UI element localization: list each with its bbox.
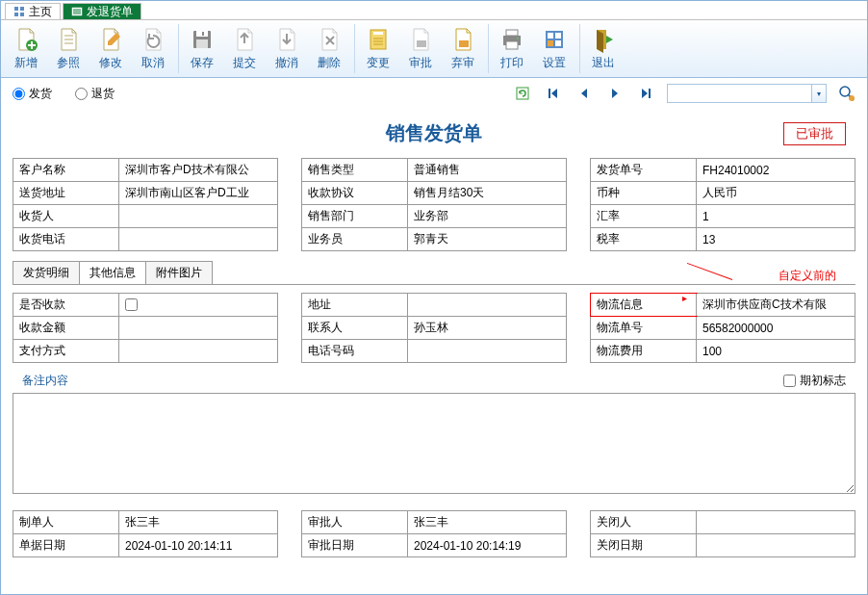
- submit-icon: [231, 26, 258, 53]
- recv-phone-val[interactable]: [119, 228, 278, 250]
- delete-icon: [316, 26, 343, 53]
- delete-button[interactable]: 删除: [308, 24, 350, 73]
- sale-type-val[interactable]: 普通销售: [408, 159, 567, 181]
- tab-detail[interactable]: 发货明细: [13, 261, 80, 284]
- logistics-block: 物流信息深圳市供应商C技术有限 物流单号56582000000 物流费用100: [590, 293, 855, 363]
- approver-block: 审批人张三丰 审批日期2024-01-10 20:14:19: [301, 510, 567, 557]
- addr-val[interactable]: [408, 294, 567, 316]
- initial-flag-checkbox[interactable]: [783, 375, 796, 387]
- tax-val[interactable]: 13: [697, 228, 855, 250]
- search-input[interactable]: [667, 84, 811, 103]
- approve-button[interactable]: 审批: [399, 24, 442, 73]
- customer-block: 客户名称深圳市客户D技术有限公 送货地址深圳市南山区客户D工业 收货人 收货电话: [13, 158, 278, 251]
- search-dropdown[interactable]: ▾: [811, 84, 827, 103]
- tab-home[interactable]: 主页: [5, 3, 61, 19]
- submit-button[interactable]: 提交: [223, 24, 266, 73]
- svg-rect-16: [196, 39, 208, 48]
- receiver-val[interactable]: [119, 205, 278, 227]
- svg-rect-21: [373, 32, 383, 35]
- svg-rect-32: [548, 33, 553, 39]
- svg-rect-29: [506, 41, 518, 49]
- nav-last-icon[interactable]: [636, 84, 655, 103]
- reject-button[interactable]: 弃审: [442, 24, 484, 73]
- radio-ship-input[interactable]: [13, 88, 25, 100]
- receiver-label: 收货人: [13, 205, 119, 227]
- refresh-icon[interactable]: [513, 84, 532, 103]
- remarks-label: 备注内容: [22, 373, 68, 389]
- tracking-no-val[interactable]: 56582000000: [697, 317, 855, 339]
- svg-point-30: [517, 38, 519, 39]
- radio-return[interactable]: 退货: [75, 86, 115, 102]
- order-no-val[interactable]: FH24010002: [697, 159, 855, 181]
- print-button[interactable]: 打印: [488, 24, 533, 73]
- exit-icon: [590, 26, 617, 53]
- doc-date-val: 2024-01-10 20:14:11: [119, 534, 278, 556]
- pay-amt-label: 收款金额: [13, 317, 119, 339]
- rate-label: 汇率: [591, 205, 697, 227]
- sales-val[interactable]: 郭青天: [408, 228, 567, 250]
- radio-return-label: 退货: [91, 86, 115, 102]
- nav-prev-icon[interactable]: [574, 84, 594, 103]
- remarks-textarea[interactable]: [13, 393, 855, 494]
- pay-method-val[interactable]: [119, 340, 278, 362]
- doc-tab-icon: [71, 6, 83, 17]
- customer-name-val[interactable]: 深圳市客户D技术有限公: [119, 159, 278, 181]
- change-button[interactable]: 变更: [354, 24, 399, 73]
- tax-label: 税率: [591, 228, 697, 250]
- save-label: 保存: [191, 55, 214, 71]
- dept-val[interactable]: 业务部: [408, 205, 567, 227]
- print-icon: [498, 26, 525, 53]
- logistics-info-val[interactable]: 深圳市供应商C技术有限: [697, 294, 855, 316]
- logistics-fee-val[interactable]: 100: [697, 340, 855, 362]
- svg-rect-25: [417, 40, 426, 47]
- pay-amt-val[interactable]: [119, 317, 278, 339]
- closer-block: 关闭人 关闭日期: [590, 510, 855, 557]
- svg-rect-27: [506, 30, 518, 36]
- tab-attach[interactable]: 附件图片: [145, 261, 213, 284]
- customer-name-label: 客户名称: [13, 159, 119, 181]
- edit-button[interactable]: 修改: [89, 24, 132, 73]
- sale-block: 销售类型普通销售 收款协议销售月结30天 销售部门业务部 业务员郭青天: [301, 158, 567, 251]
- pay-term-val[interactable]: 销售月结30天: [408, 182, 567, 204]
- radio-ship-label: 发货: [29, 86, 52, 102]
- radio-return-input[interactable]: [75, 88, 88, 100]
- pay-term-label: 收款协议: [302, 182, 408, 204]
- approve-date-val: 2024-01-10 20:14:19: [408, 534, 567, 556]
- ship-addr-val[interactable]: 深圳市南山区客户D工业: [119, 182, 278, 204]
- approved-stamp: 已审批: [783, 122, 846, 145]
- settings-button[interactable]: 设置: [533, 24, 575, 73]
- rate-val[interactable]: 1: [697, 205, 855, 227]
- closer-val: [697, 511, 855, 533]
- revoke-button[interactable]: 撤消: [266, 24, 308, 73]
- revoke-icon: [273, 26, 300, 53]
- tab-other[interactable]: 其他信息: [79, 261, 146, 284]
- reject-icon: [449, 26, 476, 53]
- closer-label: 关闭人: [591, 511, 697, 533]
- cancel-button[interactable]: 取消: [132, 24, 174, 73]
- doc-date-label: 单据日期: [13, 534, 119, 556]
- currency-val[interactable]: 人民币: [697, 182, 855, 204]
- page-title: 销售发货单: [386, 120, 482, 146]
- tab-doc-label: 发退货单: [87, 4, 133, 20]
- nav-first-icon[interactable]: [544, 84, 563, 103]
- tab-document[interactable]: 发退货单: [63, 3, 141, 19]
- change-icon: [365, 26, 392, 53]
- nav-next-icon[interactable]: [605, 84, 625, 103]
- phone-val[interactable]: [408, 340, 567, 362]
- is-paid-val[interactable]: [119, 294, 278, 316]
- new-button[interactable]: 新增: [5, 24, 47, 73]
- reject-label: 弃审: [451, 55, 474, 71]
- close-date-val: [697, 534, 855, 556]
- search-icon[interactable]: [838, 85, 855, 102]
- home-tab-icon: [13, 6, 25, 17]
- is-paid-checkbox[interactable]: [125, 298, 138, 311]
- contact-val[interactable]: 孙玉林: [408, 317, 567, 339]
- new-icon: [13, 26, 39, 53]
- exit-button[interactable]: 退出: [579, 24, 625, 73]
- initial-flag[interactable]: 期初标志: [783, 373, 846, 389]
- svg-point-40: [840, 87, 850, 96]
- ref-button[interactable]: 参照: [47, 24, 89, 73]
- addr-label: 地址: [302, 294, 408, 316]
- radio-ship[interactable]: 发货: [13, 86, 52, 102]
- save-button[interactable]: 保存: [178, 24, 223, 73]
